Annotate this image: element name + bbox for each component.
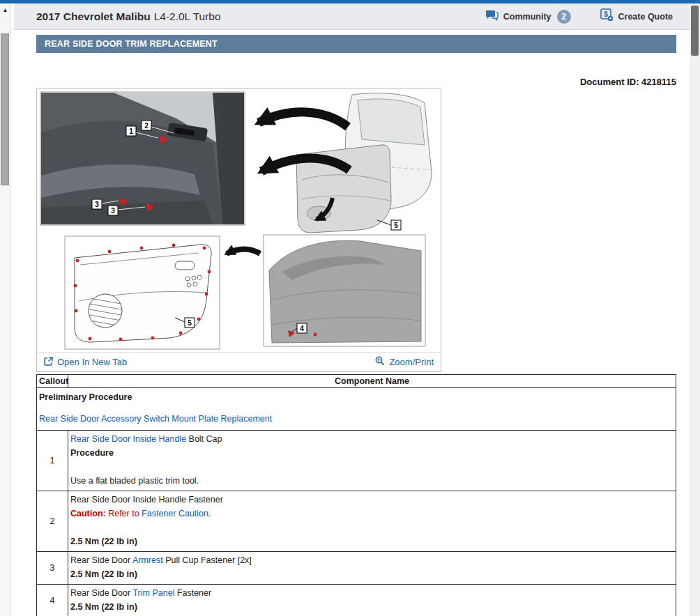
figure-callout-1: 1 xyxy=(126,126,136,136)
open-new-tab-icon xyxy=(44,357,53,368)
svg-text:2: 2 xyxy=(144,122,149,130)
section-banner: REAR SIDE DOOR TRIM REPLACEMENT xyxy=(36,35,676,53)
component-line: 2.5 Nm (22 lb in) xyxy=(70,534,674,548)
preliminary-procedure-row: Preliminary Procedure Rear Side Door Acc… xyxy=(37,388,676,431)
community-icon xyxy=(485,10,499,24)
right-scrollbar[interactable] xyxy=(690,3,700,616)
component-line xyxy=(70,460,674,474)
svg-text:5: 5 xyxy=(394,222,398,229)
open-in-new-tab-link[interactable]: Open In New Tab xyxy=(44,357,127,368)
zoom-print-link[interactable]: Zoom/Print xyxy=(375,356,434,368)
text-segment: Refer to xyxy=(106,509,142,518)
open-in-new-tab-label: Open In New Tab xyxy=(57,357,127,367)
community-label: Community xyxy=(503,12,551,22)
callout-number: 3 xyxy=(37,552,68,585)
text-segment: Fastener xyxy=(174,588,211,598)
component-cell: Rear Side Door Inside Handle FastenerCau… xyxy=(68,491,676,552)
svg-text:$: $ xyxy=(604,10,608,18)
zoom-print-label: Zoom/Print xyxy=(389,357,434,367)
component-table-body: Preliminary Procedure Rear Side Door Acc… xyxy=(37,388,676,616)
figure-callout-5-panel: 5 xyxy=(185,318,195,328)
figure-callout-5-door: 5 xyxy=(391,220,401,230)
text-segment: Caution: xyxy=(70,509,106,518)
zoom-icon xyxy=(375,356,385,368)
preliminary-procedure-cell: Preliminary Procedure Rear Side Door Acc… xyxy=(37,388,676,431)
callout-column-header: Callout xyxy=(37,375,68,388)
callout-number: 2 xyxy=(37,491,68,552)
component-line: 2.5 Nm (22 lb in) xyxy=(70,567,674,581)
component-column-header: Component Name xyxy=(68,375,676,388)
component-line: 2.5 Nm (22 lb in) xyxy=(70,600,674,614)
component-line: Procedure xyxy=(70,446,674,460)
left-scrollbar-thumb[interactable] xyxy=(1,33,9,185)
vehicle-header: 2017 Chevrolet MalibuL4-2.0L Turbo Commu… xyxy=(14,3,690,30)
vehicle-title: 2017 Chevrolet MalibuL4-2.0L Turbo xyxy=(36,10,221,23)
inline-link[interactable]: Armrest xyxy=(132,555,163,565)
trim-panel-line-art xyxy=(65,236,220,349)
photo-door-interior xyxy=(40,92,245,225)
text-segment: Rear Side Door xyxy=(70,555,132,565)
inline-link[interactable]: Fastener Caution xyxy=(142,509,208,518)
figure-link-bar: Open In New Tab Zoom/Print xyxy=(37,352,441,371)
community-button[interactable]: Community 2 xyxy=(485,10,571,24)
component-line: Rear Side Door Armrest Pull Cup Fastener… xyxy=(70,553,674,567)
left-scrollbar[interactable]: ▲ xyxy=(0,3,10,616)
door-trim-figure: 1 2 3 3 5 5 4 xyxy=(37,89,441,352)
table-row: 1Rear Side Door Inside Handle Bolt CapPr… xyxy=(37,431,676,491)
figure-callout-3a: 3 xyxy=(92,199,102,209)
svg-text:1: 1 xyxy=(129,128,133,135)
text-segment: Rear Side Door xyxy=(70,588,132,598)
component-line: Caution: Refer to Fastener Caution. xyxy=(70,507,674,521)
svg-text:3: 3 xyxy=(111,207,115,215)
component-line xyxy=(70,521,674,534)
component-cell: Rear Side Door Armrest Pull Cup Fastener… xyxy=(68,552,676,585)
svg-text:+: + xyxy=(609,15,612,22)
text-segment: . xyxy=(208,509,211,518)
table-row: 4Rear Side Door Trim Panel Fastener2.5 N… xyxy=(37,585,676,616)
preliminary-procedure-link[interactable]: Rear Side Door Accessory Switch Mount Pl… xyxy=(39,412,674,426)
community-count-badge: 2 xyxy=(557,10,571,24)
inline-link[interactable]: Rear Side Door Inside Handle xyxy=(70,434,186,444)
inline-link[interactable]: Trim Panel xyxy=(132,588,174,598)
text-segment: Procedure xyxy=(70,448,114,458)
figure-box: 1 2 3 3 5 5 4 Open In New Tab xyxy=(36,88,441,372)
table-row: 2Rear Side Door Inside Handle FastenerCa… xyxy=(37,491,676,552)
component-line: Rear Side Door Inside Handle Bolt Cap xyxy=(70,432,674,446)
document-id: Document ID: 4218115 xyxy=(418,77,676,87)
text-segment: Rear Side Door Inside Handle Fastener xyxy=(70,495,223,505)
scroll-up-icon[interactable]: ▲ xyxy=(0,4,10,15)
figure-callout-2: 2 xyxy=(142,121,151,130)
callout-number: 4 xyxy=(37,585,68,616)
preliminary-procedure-title: Preliminary Procedure xyxy=(39,390,674,404)
figure-callout-3b: 3 xyxy=(108,206,118,215)
svg-text:5: 5 xyxy=(188,319,192,327)
text-segment: 2.5 Nm (22 lb in) xyxy=(70,537,137,546)
create-quote-icon: $ + xyxy=(600,8,614,24)
text-segment: 2.5 Nm (22 lb in) xyxy=(70,602,137,612)
component-cell: Rear Side Door Trim Panel Fastener2.5 Nm… xyxy=(68,585,676,616)
callout-number: 1 xyxy=(37,431,68,491)
create-quote-label: Create Quote xyxy=(618,12,674,22)
create-quote-button[interactable]: $ + Create Quote xyxy=(600,8,674,24)
figure-callout-4: 4 xyxy=(297,323,307,333)
component-line: Rear Side Door Trim Panel Fastener xyxy=(70,586,674,600)
header-actions: Community 2 $ + Create Quote xyxy=(485,8,673,24)
vehicle-title-main: 2017 Chevrolet Malibu xyxy=(36,10,151,22)
right-scrollbar-thumb[interactable] xyxy=(691,6,699,56)
table-header-row: Callout Component Name xyxy=(37,375,676,388)
page: ▲ 2017 Chevrolet MalibuL4-2.0L Turbo Com… xyxy=(0,0,700,616)
removal-arrow-top xyxy=(259,112,348,127)
svg-text:3: 3 xyxy=(95,201,99,208)
trim-panel-gray-art xyxy=(264,235,425,346)
text-segment: Use a flat bladed plastic trim tool. xyxy=(70,476,199,486)
component-line: Rear Side Door Inside Handle Fastener xyxy=(70,493,674,507)
vehicle-title-engine: L4-2.0L Turbo xyxy=(154,10,221,22)
component-table: Callout Component Name Preliminary Proce… xyxy=(36,374,676,616)
svg-text:4: 4 xyxy=(300,325,304,332)
arrow-left-bottom xyxy=(227,249,260,254)
table-row: 3Rear Side Door Armrest Pull Cup Fastene… xyxy=(37,552,676,585)
component-line: Use a flat bladed plastic trim tool. xyxy=(70,474,674,488)
text-segment: 2.5 Nm (22 lb in) xyxy=(70,569,137,579)
component-cell: Rear Side Door Inside Handle Bolt CapPro… xyxy=(68,431,676,491)
text-segment: Pull Cup Fastener [2x] xyxy=(163,555,252,565)
